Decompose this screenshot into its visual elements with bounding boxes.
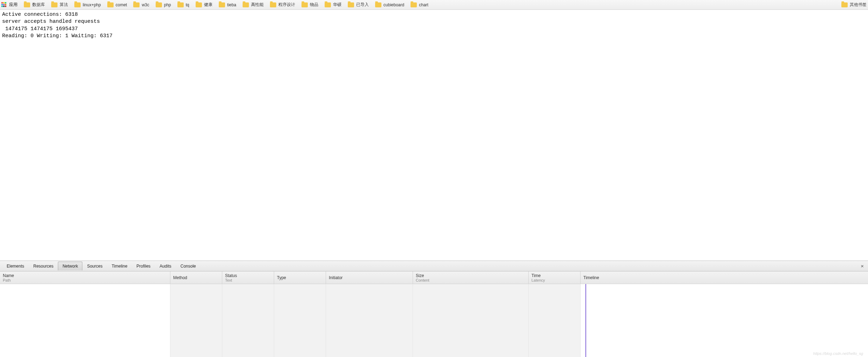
column-subtitle: Text bbox=[225, 278, 271, 282]
folder-icon bbox=[219, 2, 225, 7]
bookmark-folder-tieba[interactable]: tieba bbox=[219, 2, 236, 7]
column-method[interactable]: Method bbox=[170, 271, 222, 284]
bookmark-folder-华硕[interactable]: 华硕 bbox=[325, 2, 341, 8]
column-title: Name bbox=[3, 273, 167, 278]
other-bookmarks-button[interactable]: 其他书签 bbox=[841, 2, 867, 8]
column-title: Status bbox=[225, 273, 271, 278]
bookmark-label: 高性能 bbox=[251, 2, 264, 8]
folder-icon bbox=[841, 2, 848, 7]
grid-body-timeline: https://blog.csdn.net/hello_sg bbox=[581, 284, 868, 357]
bookmark-folder-算法[interactable]: 算法 bbox=[51, 2, 68, 8]
folder-icon bbox=[177, 2, 184, 7]
status-line-2: server accepts handled requests bbox=[2, 19, 100, 25]
column-title: Size bbox=[416, 273, 525, 278]
bookmark-label: php bbox=[164, 2, 171, 7]
grid-body-method bbox=[170, 284, 222, 357]
bookmark-label: tq bbox=[186, 2, 189, 7]
tab-network[interactable]: Network bbox=[58, 262, 82, 270]
tab-profiles[interactable]: Profiles bbox=[132, 262, 155, 270]
grid-body-time bbox=[529, 284, 581, 357]
bookmark-folder-物品[interactable]: 物品 bbox=[301, 2, 318, 8]
column-size[interactable]: Size Content bbox=[413, 271, 529, 284]
grid-body-status bbox=[222, 284, 274, 357]
tab-timeline[interactable]: Timeline bbox=[107, 262, 132, 270]
bookmark-folder-高性能[interactable]: 高性能 bbox=[243, 2, 264, 8]
folder-icon bbox=[411, 2, 417, 7]
folder-icon bbox=[196, 2, 202, 7]
column-timeline[interactable]: Timeline bbox=[581, 271, 868, 284]
bookmark-folder-数据库[interactable]: 数据库 bbox=[24, 2, 45, 8]
bookmark-label: 物品 bbox=[310, 2, 318, 8]
network-grid: Name Path Method Status Text Type Initia… bbox=[0, 271, 868, 357]
bookmark-label: comet bbox=[116, 2, 127, 7]
bookmark-folder-comet[interactable]: comet bbox=[107, 2, 127, 7]
bookmark-folder-cubieboard[interactable]: cubieboard bbox=[375, 2, 404, 7]
bookmark-label: 算法 bbox=[60, 2, 68, 8]
bookmark-label: 数据库 bbox=[32, 2, 45, 8]
folder-icon bbox=[375, 2, 381, 7]
folder-icon bbox=[348, 2, 354, 7]
devtools-panel: Elements Resources Network Sources Timel… bbox=[0, 261, 868, 357]
bookmark-label: linux+php bbox=[83, 2, 101, 7]
apps-icon bbox=[1, 2, 7, 8]
column-subtitle: Content bbox=[416, 278, 525, 282]
apps-button[interactable]: 应用 bbox=[1, 2, 18, 8]
bookmark-label: 华硕 bbox=[333, 2, 341, 8]
status-line-3: 1474175 1474175 1695437 bbox=[2, 26, 81, 32]
column-title: Type bbox=[277, 275, 323, 280]
bookmark-folder-w3c[interactable]: w3c bbox=[133, 2, 149, 7]
column-title: Time bbox=[531, 273, 577, 278]
column-title: Timeline bbox=[583, 275, 865, 280]
status-line-1: Active connections: 6318 bbox=[2, 12, 81, 18]
tab-audits[interactable]: Audits bbox=[155, 262, 176, 270]
tab-console[interactable]: Console bbox=[176, 262, 201, 270]
bookmark-folder-健康[interactable]: 健康 bbox=[196, 2, 212, 8]
column-status[interactable]: Status Text bbox=[222, 271, 274, 284]
grid-body-size bbox=[413, 284, 529, 357]
column-name[interactable]: Name Path bbox=[0, 271, 170, 284]
folder-icon bbox=[107, 2, 114, 7]
watermark-text: https://blog.csdn.net/hello_sg bbox=[813, 351, 863, 356]
folder-icon bbox=[133, 2, 140, 7]
timeline-marker bbox=[585, 284, 586, 357]
bookmark-label: 健康 bbox=[204, 2, 212, 8]
tab-resources[interactable]: Resources bbox=[29, 262, 58, 270]
bookmark-folder-程序设计[interactable]: 程序设计 bbox=[270, 2, 295, 8]
devtools-close-button[interactable]: × bbox=[859, 263, 866, 269]
folder-icon bbox=[270, 2, 276, 7]
bookmark-label: 程序设计 bbox=[278, 2, 295, 8]
grid-body-name bbox=[0, 284, 170, 357]
tab-sources[interactable]: Sources bbox=[82, 262, 107, 270]
column-time[interactable]: Time Latency bbox=[529, 271, 581, 284]
bookmark-label: chart bbox=[419, 2, 428, 7]
status-line-4: Reading: 0 Writing: 1 Waiting: 6317 bbox=[2, 33, 116, 39]
column-subtitle: Latency bbox=[531, 278, 577, 282]
other-bookmarks-label: 其他书签 bbox=[850, 2, 867, 8]
page-content: Active connections: 6318 server accepts … bbox=[0, 10, 868, 261]
bookmark-label: w3c bbox=[142, 2, 149, 7]
bookmark-folder-chart[interactable]: chart bbox=[411, 2, 428, 7]
column-initiator[interactable]: Initiator bbox=[326, 271, 413, 284]
network-grid-body: https://blog.csdn.net/hello_sg bbox=[0, 284, 868, 357]
bookmark-folder-php[interactable]: php bbox=[156, 2, 171, 7]
bookmark-folder-tq[interactable]: tq bbox=[177, 2, 189, 7]
column-subtitle: Path bbox=[3, 278, 167, 282]
bookmark-folder-已导入[interactable]: 已导入 bbox=[348, 2, 369, 8]
bookmark-label: tieba bbox=[227, 2, 236, 7]
column-title: Method bbox=[173, 275, 219, 280]
folder-icon bbox=[24, 2, 30, 7]
bookmark-folder-linux-php[interactable]: linux+php bbox=[74, 2, 101, 7]
column-title: Initiator bbox=[329, 275, 410, 280]
folder-icon bbox=[243, 2, 249, 7]
grid-body-initiator bbox=[326, 284, 413, 357]
column-type[interactable]: Type bbox=[274, 271, 326, 284]
folder-icon bbox=[74, 2, 81, 7]
folder-icon bbox=[51, 2, 57, 7]
apps-label: 应用 bbox=[9, 2, 18, 8]
folder-icon bbox=[301, 2, 308, 7]
folder-icon bbox=[325, 2, 331, 7]
devtools-tabs: Elements Resources Network Sources Timel… bbox=[0, 261, 868, 271]
tab-elements[interactable]: Elements bbox=[2, 262, 29, 270]
bookmark-label: cubieboard bbox=[384, 2, 404, 7]
folder-icon bbox=[156, 2, 162, 7]
